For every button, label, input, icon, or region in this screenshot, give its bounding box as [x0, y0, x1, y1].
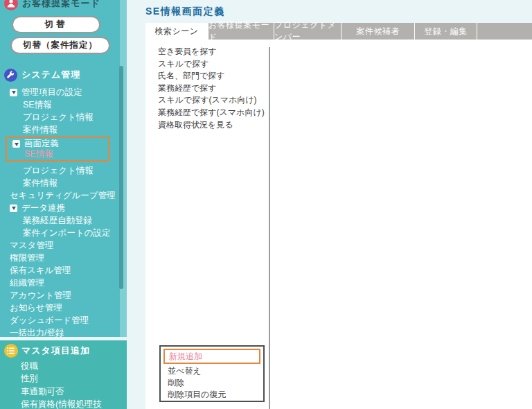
sidebar-scrollbar-track[interactable]	[120, 0, 127, 337]
wrench-icon	[4, 69, 17, 82]
scene-item-by-career[interactable]: 業務経歴で探す	[158, 82, 265, 95]
sidebar-item-project-info[interactable]: プロジェクト情報	[0, 111, 127, 123]
sidebar-item-se-info[interactable]: SE情報	[0, 98, 127, 111]
sidebar-item-data-link[interactable]: データ連携	[0, 202, 127, 214]
sidebar-item-case-info-2[interactable]: 案件情報	[0, 177, 127, 189]
system-admin-label: システム管理	[21, 69, 80, 81]
sidebar: お客様提案モード 切替 切替（案件指定） システム管理 管理項目の設定 SE情報…	[0, 0, 127, 409]
tab-customer-proposal-mode[interactable]: お客様提案モード	[208, 23, 274, 40]
sidebar-master-section: マスタ項目追加 役職 性別 車通勤可否 保有資格(情報処理技	[0, 340, 127, 409]
system-admin-header: システム管理	[0, 67, 127, 82]
app-window: お客様提案モード 切替 切替（案件指定） システム管理 管理項目の設定 SE情報…	[0, 0, 532, 409]
sidebar-item-case-import-settings[interactable]: 案件インポートの設定	[0, 227, 127, 239]
sidebar-main-section: お客様提案モード 切替 切替（案件指定） システム管理 管理項目の設定 SE情報…	[0, 0, 127, 337]
master-item-header: マスタ項目追加	[0, 340, 127, 358]
sidebar-item-security-group[interactable]: セキュリティグループ管理	[0, 189, 127, 202]
sidebar-item-dashboard-admin[interactable]: ダッシュボード管理	[0, 314, 127, 327]
sidebar-item-organization-admin[interactable]: 組織管理	[0, 277, 127, 289]
menu-item-restore-deleted[interactable]: 削除項目の復元	[163, 389, 260, 401]
sidebar-item-car-commute[interactable]: 車通勤可否	[0, 385, 127, 399]
menu-item-delete[interactable]: 削除	[163, 377, 260, 389]
proposal-mode-header: お客様提案モード	[0, 0, 127, 11]
master-item-list: 役職 性別 車通勤可否 保有資格(情報処理技	[0, 360, 127, 409]
vertical-divider	[269, 47, 270, 409]
action-menu: 新規追加 並べ替え 削除 削除項目の復元	[159, 345, 265, 402]
sidebar-item-screen-definition[interactable]: 画面定義	[7, 139, 108, 149]
sidebar-item-yakushoku[interactable]: 役職	[0, 360, 127, 373]
search-scene-list: 空き要員を探す スキルで探す 氏名、部門で探す 業務経歴で探す スキルで探す(ス…	[158, 46, 265, 131]
sidebar-nav: 管理項目の設定 SE情報 プロジェクト情報 案件情報 画面定義 SE情報 プロジ…	[0, 86, 127, 337]
collapse-icon[interactable]	[10, 89, 17, 96]
scene-item-by-name-dept[interactable]: 氏名、部門で探す	[158, 70, 265, 82]
page-title: SE情報画面定義	[145, 6, 225, 18]
sidebar-item-se-info-selected[interactable]: SE情報	[7, 149, 108, 159]
sidebar-scrollbar-thumb[interactable]	[119, 66, 123, 289]
sidebar-item-admin-field-settings[interactable]: 管理項目の設定	[0, 86, 127, 98]
tab-search-scene[interactable]: 検索シーン	[145, 23, 208, 40]
sidebar-item-seibetsu[interactable]: 性別	[0, 373, 127, 386]
switch-button[interactable]: 切替	[12, 16, 100, 33]
tab-project-member[interactable]: プロジェクトメンバー	[274, 23, 341, 40]
menu-item-sort[interactable]: 並べ替え	[163, 365, 260, 377]
sidebar-item-case-info[interactable]: 案件情報	[0, 123, 127, 136]
switch-case-button[interactable]: 切替（案件指定）	[10, 37, 110, 54]
sidebar-item-career-auto-register[interactable]: 業務経歴自動登録	[0, 214, 127, 227]
content-panel: 空き要員を探す スキルで探す 氏名、部門で探す 業務経歴で探す スキルで探す(ス…	[145, 40, 532, 409]
tab-case-candidate[interactable]: 案件候補者	[341, 23, 414, 40]
person-icon	[4, 0, 18, 10]
main-area: SE情報画面定義 検索シーン お客様提案モード プロジェクトメンバー 案件候補者…	[127, 0, 532, 409]
scene-item-by-skill[interactable]: スキルで探す	[158, 58, 265, 71]
scene-item-certification-status[interactable]: 資格取得状況を見る	[158, 119, 265, 132]
scene-item-vacant-staff[interactable]: 空き要員を探す	[158, 46, 265, 58]
highlight-box: 画面定義 SE情報	[6, 137, 109, 162]
highlight-box: 新規追加	[163, 349, 260, 364]
tab-filler	[477, 23, 532, 40]
list-icon	[4, 344, 18, 358]
collapse-icon[interactable]	[12, 140, 20, 148]
sidebar-item-master-admin[interactable]: マスタ管理	[0, 239, 127, 252]
sidebar-item-project-info-2[interactable]: プロジェクト情報	[0, 164, 127, 177]
sidebar-item-notice-admin[interactable]: お知らせ管理	[0, 302, 127, 314]
sidebar-item-permission-admin[interactable]: 権限管理	[0, 252, 127, 264]
scene-item-by-skill-mobile[interactable]: スキルで探す(スマホ向け)	[158, 94, 265, 107]
sidebar-item-account-admin[interactable]: アカウント管理	[0, 289, 127, 302]
collapse-icon[interactable]	[10, 204, 17, 212]
menu-item-new-add[interactable]: 新規追加	[165, 350, 259, 363]
master-item-label: マスタ項目追加	[21, 345, 90, 357]
sidebar-item-bulk-output[interactable]: 一括出力/登録	[0, 327, 127, 337]
scene-item-by-career-mobile[interactable]: 業務経歴で探す(スマホ向け)	[158, 107, 265, 119]
tab-register-edit[interactable]: 登録・編集	[414, 23, 477, 40]
proposal-mode-label: お客様提案モード	[22, 0, 100, 10]
sidebar-item-certifications[interactable]: 保有資格(情報処理技	[0, 399, 127, 409]
sidebar-item-skill-admin[interactable]: 保有スキル管理	[0, 264, 127, 277]
tab-bar: 検索シーン お客様提案モード プロジェクトメンバー 案件候補者 登録・編集	[145, 23, 532, 40]
